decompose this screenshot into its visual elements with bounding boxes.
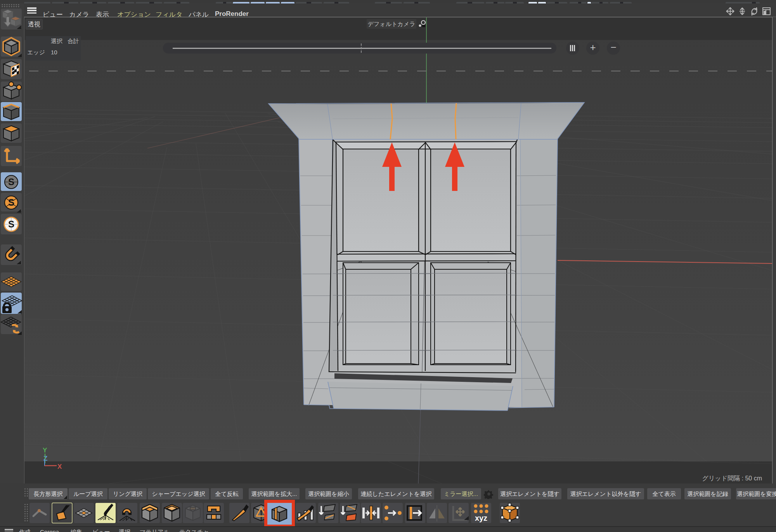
svg-text:Z: Z [43,455,47,462]
svg-text:Y: Y [43,447,47,454]
svg-text:xyz: xyz [475,514,487,522]
svg-text:S: S [8,219,14,229]
svg-text:S: S [8,197,14,208]
svg-text:X: X [57,463,62,470]
svg-text:S: S [8,177,14,187]
